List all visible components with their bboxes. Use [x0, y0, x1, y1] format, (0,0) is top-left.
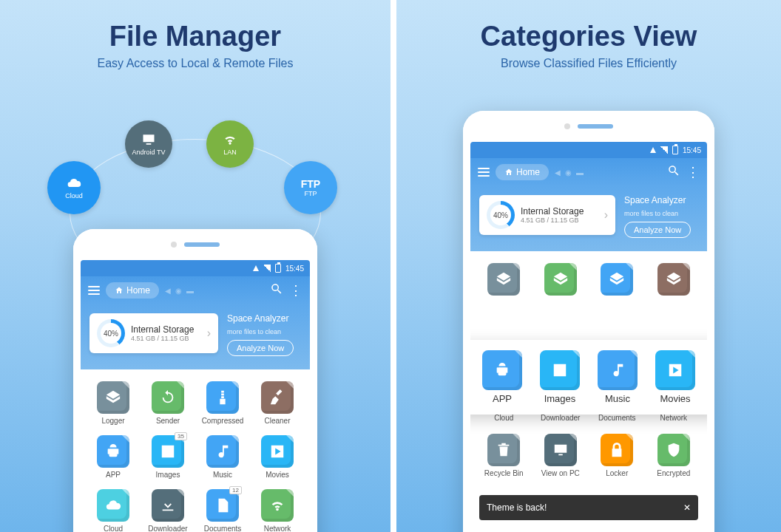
status-time: 15:45 [683, 146, 701, 154]
app-toolbar: Home ◀◉▬ ⋮ [81, 276, 310, 304]
category-label: APP [106, 471, 121, 479]
category-label: Cloud [104, 525, 123, 532]
category-item[interactable] [535, 263, 587, 296]
count-badge: 35 [175, 432, 187, 440]
analyzer-sub: more files to clean [624, 210, 678, 217]
APP-icon [482, 350, 522, 390]
category-grid-row1 [470, 251, 707, 300]
Network-icon [261, 489, 294, 522]
ftp-badge[interactable]: FTPFTP [284, 161, 337, 214]
category-network[interactable]: Network [252, 489, 302, 532]
androidtv-badge[interactable]: Android TV [125, 120, 172, 168]
battery-icon [672, 146, 678, 154]
more-icon[interactable]: ⋮ [289, 284, 302, 297]
category-music[interactable]: Music [589, 350, 646, 404]
category-item[interactable] [591, 263, 643, 296]
category-item[interactable] [478, 263, 530, 296]
Sender-icon [152, 381, 184, 414]
category-movies[interactable]: Movies [252, 435, 302, 479]
category-view-on-pc[interactable]: View on PC [535, 434, 587, 477]
menu-icon[interactable] [88, 284, 100, 297]
category-label: Network [660, 414, 687, 422]
category-app[interactable]: APP [88, 435, 138, 479]
home-breadcrumb[interactable]: Home [106, 282, 159, 299]
analyzer-title: Space Analyzer [227, 313, 288, 324]
Music-icon [206, 435, 239, 468]
category-recycle-bin[interactable]: Recycle Bin [478, 434, 530, 477]
Cleaner-icon [261, 381, 294, 414]
category-logger[interactable]: Logger [88, 381, 138, 425]
internal-storage-card[interactable]: 40% Internal Storage 4.51 GB / 11.15 GB … [89, 313, 218, 353]
category-grid-row4: Recycle BinView on PCLockerEncrypted [470, 434, 707, 489]
Recycle Bin-icon [487, 434, 520, 466]
internal-storage-card[interactable]: 40% Internal Storage 4.51 GB / 11.15 GB … [479, 195, 615, 235]
analyzer-title: Space Analyzer [624, 195, 686, 205]
Cloud-icon [97, 489, 129, 522]
Music-icon [598, 350, 638, 390]
category-label: Movies [660, 393, 690, 404]
category-popout: APPImagesMusicMovies [470, 340, 707, 415]
category-movies[interactable]: Movies [646, 350, 704, 404]
category-label: Music [605, 393, 630, 404]
category-label: Cloud [494, 414, 513, 422]
status-bar: 15:45 [470, 142, 707, 158]
category-app[interactable]: APP [473, 350, 531, 404]
analyze-now-button[interactable]: Analyze Now [227, 340, 294, 356]
category-icon [601, 263, 633, 296]
more-icon[interactable]: ⋮ [686, 166, 700, 179]
app-toolbar: Home ◀◉▬ ⋮ [470, 158, 707, 186]
storage-name: Internal Storage [131, 324, 201, 335]
APP-icon [97, 435, 129, 468]
panel2-title: Categories View [396, 21, 781, 52]
storage-gauge: 40% [487, 201, 515, 229]
category-icon [657, 263, 690, 296]
menu-icon[interactable] [478, 166, 490, 179]
search-icon[interactable] [270, 282, 283, 299]
category-images[interactable]: Images [531, 350, 589, 404]
Encrypted-icon [657, 434, 690, 466]
category-encrypted[interactable]: Encrypted [648, 434, 700, 477]
Downloader-icon [152, 489, 184, 522]
category-sender[interactable]: Sender [143, 381, 193, 425]
category-locker[interactable]: Locker [591, 434, 643, 477]
category-label: Images [544, 393, 576, 404]
category-downloader[interactable]: Downloader [143, 489, 193, 532]
count-badge: 12 [229, 486, 242, 494]
category-label: Documents [204, 525, 242, 532]
category-music[interactable]: Music [197, 435, 248, 479]
lan-badge[interactable]: LAN [206, 120, 254, 168]
cloud-badge[interactable]: Cloud [47, 161, 101, 214]
category-documents[interactable]: Documents12 [197, 489, 248, 532]
panel-categories-view: Categories View Browse Classified Files … [390, 0, 781, 532]
analyze-now-button[interactable]: Analyze Now [624, 222, 691, 238]
panel-file-manager: File Manager Easy Access to Local & Remo… [0, 0, 390, 532]
category-label: APP [493, 393, 512, 404]
category-grid: LoggerSenderCompressedCleanerAPPImages35… [81, 369, 310, 532]
search-icon[interactable] [667, 164, 680, 180]
category-cloud[interactable]: Cloud [88, 489, 138, 532]
category-item[interactable] [648, 263, 700, 296]
category-label: Recycle Bin [484, 469, 524, 477]
signal-icon [253, 265, 259, 271]
panel1-title: File Manager [0, 21, 390, 52]
home-breadcrumb[interactable]: Home [496, 164, 549, 180]
category-compressed[interactable]: Compressed [197, 381, 248, 425]
category-images[interactable]: Images35 [143, 435, 193, 479]
category-label: Network [264, 525, 291, 532]
Movies-icon [655, 350, 695, 390]
category-cleaner[interactable]: Cleaner [252, 381, 302, 425]
panel1-subtitle: Easy Access to Local & Remote Files [0, 57, 390, 70]
phone-mockup-1: 15:45 Home ◀◉▬ ⋮ 40% Internal Storage 4.… [73, 229, 317, 532]
category-icon [487, 263, 520, 296]
category-label: Encrypted [657, 469, 690, 477]
category-label: Music [213, 471, 232, 479]
network-icon [660, 146, 668, 154]
Movies-icon [261, 435, 294, 468]
space-analyzer-card: 40% Internal Storage 4.51 GB / 11.15 GB … [81, 304, 310, 369]
theme-banner[interactable]: Theme is back!✕ [479, 495, 698, 520]
category-label: Movies [266, 471, 289, 479]
storage-name: Internal Storage [521, 206, 598, 216]
category-label: Images [156, 471, 180, 479]
Images-icon [540, 350, 580, 390]
signal-icon [650, 147, 656, 153]
